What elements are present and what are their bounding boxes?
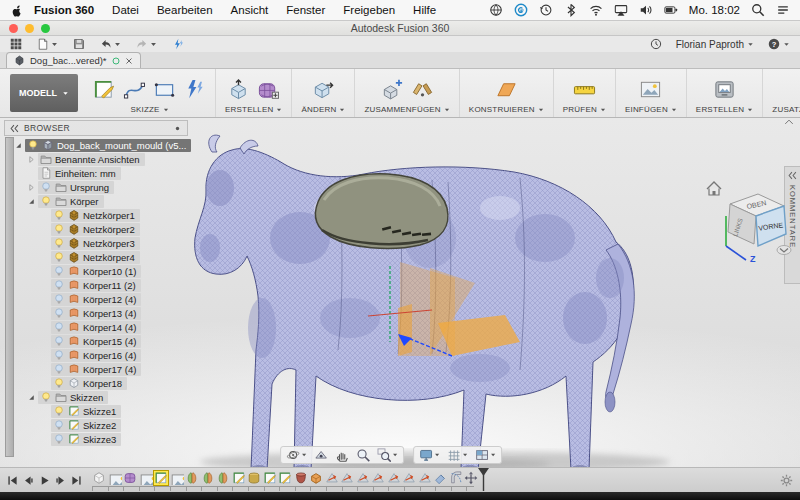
timeline-feature-canvas-icon[interactable]: [170, 471, 184, 485]
exp-open-icon[interactable]: [27, 393, 36, 402]
workspace-selector[interactable]: MODELL: [10, 74, 78, 112]
job-status-icon[interactable]: [650, 38, 662, 50]
undo-button[interactable]: [100, 38, 121, 50]
file-button[interactable]: [37, 38, 58, 50]
user-menu[interactable]: Florian Paproth: [676, 39, 754, 50]
timeline-feature-extrude-icon[interactable]: [309, 471, 323, 485]
menu-item-fusion-360[interactable]: Fusion 360: [25, 4, 103, 16]
browser-header[interactable]: BROWSER: [4, 120, 188, 136]
menu-item-freigeben[interactable]: Freigeben: [334, 4, 404, 16]
home-icon[interactable]: [707, 182, 721, 195]
bulb-off-icon[interactable]: [53, 293, 65, 305]
ribbon-group-ändern[interactable]: ÄNDERN: [291, 69, 354, 117]
notification-center-icon[interactable]: [776, 3, 790, 17]
timeline-feature-fillet-icon[interactable]: [449, 471, 463, 485]
extrude-icon[interactable]: [227, 78, 250, 101]
menu-item-hilfe[interactable]: Hilfe: [404, 4, 445, 16]
menu-item-bearbeiten[interactable]: Bearbeiten: [148, 4, 222, 16]
render-icon[interactable]: [713, 78, 736, 101]
press-pull-icon[interactable]: [312, 78, 335, 101]
browser-row-körper18[interactable]: Körper18: [4, 376, 188, 390]
timeline-feature-canvas-icon[interactable]: [139, 471, 153, 485]
timeline-settings-gear-icon[interactable]: [780, 474, 793, 487]
bulb-off-icon[interactable]: [53, 265, 65, 277]
browser-row-netzkörper2[interactable]: Netzkörper2: [4, 222, 188, 236]
browser-options-icon[interactable]: [173, 124, 182, 133]
menu-item-ansicht[interactable]: Ansicht: [222, 4, 278, 16]
sync-button[interactable]: [172, 38, 184, 50]
bulb-on-icon[interactable]: [53, 251, 65, 263]
browser-row-ursprung[interactable]: Ursprung: [4, 180, 188, 194]
timeline-feature-split-face-icon[interactable]: [340, 471, 354, 485]
browser-row-körper14-4-[interactable]: Körper14 (4): [4, 320, 188, 334]
logitech-g-icon[interactable]: [514, 3, 528, 17]
bulb-off-icon[interactable]: [53, 335, 65, 347]
time-machine-icon[interactable]: [539, 3, 553, 17]
bulb-off-icon[interactable]: [53, 307, 65, 319]
browser-row-skizze2[interactable]: Skizze2: [4, 418, 188, 432]
timeline-feature-split-face-icon[interactable]: [325, 471, 339, 485]
timeline-feature-split-body-icon[interactable]: [185, 471, 199, 485]
browser-row-skizze1[interactable]: Skizze1: [4, 404, 188, 418]
browser-row-netzkörper3[interactable]: Netzkörper3: [4, 236, 188, 250]
timeline-feature-move-icon[interactable]: [464, 471, 478, 485]
canvas-icon[interactable]: [639, 78, 662, 101]
ribbon-group-erstellen[interactable]: ERSTELLEN: [686, 69, 762, 117]
ribbon-group-einfügen[interactable]: EINFÜGEN: [615, 69, 686, 117]
timeline-playhead[interactable]: [478, 468, 489, 491]
create-sketch-icon[interactable]: [93, 78, 116, 101]
measure-icon[interactable]: [573, 78, 596, 101]
orbit-button[interactable]: [286, 448, 307, 462]
play-icon[interactable]: [39, 475, 50, 486]
timeline-feature-split-face-icon[interactable]: [387, 471, 401, 485]
menu-item-fenster[interactable]: Fenster: [277, 4, 334, 16]
bluetooth-icon[interactable]: [564, 3, 578, 17]
exp-closed-icon[interactable]: [27, 183, 36, 192]
menu-clock[interactable]: Mo. 18:02: [689, 4, 740, 16]
viewports-button[interactable]: [475, 448, 496, 462]
collapse-panel-icon[interactable]: [10, 124, 19, 133]
look-at-button[interactable]: [314, 448, 328, 462]
document-tab[interactable]: Dog_bac...vered)*: [6, 52, 141, 68]
timeline-feature-split-body-icon[interactable]: [216, 471, 230, 485]
ribbon-group-konstruieren[interactable]: KONSTRUIEREN: [459, 69, 553, 117]
rectangle-icon[interactable]: [153, 78, 176, 101]
timeline-feature-revolve-icon[interactable]: [294, 471, 308, 485]
wifi-icon[interactable]: [589, 3, 603, 17]
data-panel-button[interactable]: [10, 38, 22, 50]
ribbon-group-zusammenfügen[interactable]: ZUSAMMENFÜGEN: [354, 69, 458, 117]
step-back-icon[interactable]: [23, 475, 34, 486]
help-menu[interactable]: ?: [768, 38, 790, 50]
browser-row-körper15-4-[interactable]: Körper15 (4): [4, 334, 188, 348]
browser-row-netzkörper1[interactable]: Netzkörper1: [4, 208, 188, 222]
spline-icon[interactable]: [123, 78, 146, 101]
ribbon-group-zusatzmodule[interactable]: ZUSATZMODULE: [762, 69, 800, 117]
browser-row-körper[interactable]: Körper: [4, 194, 188, 208]
timeline-feature-sketch-icon[interactable]: [278, 471, 292, 485]
new-component-icon[interactable]: [381, 78, 404, 101]
bulb-on-icon[interactable]: [53, 237, 65, 249]
timeline-feature-delete-face-icon[interactable]: [433, 471, 447, 485]
viewcube-menu-icon[interactable]: [777, 246, 791, 255]
joint-icon[interactable]: [411, 78, 434, 101]
zoom-button[interactable]: [356, 448, 370, 462]
timeline-feature-sketch-icon[interactable]: [263, 471, 277, 485]
view-cube[interactable]: Z OBEN LINKS VORNE: [704, 180, 796, 266]
browser-row-körper10-1-[interactable]: Körper10 (1): [4, 264, 188, 278]
browser-row-körper13-4-[interactable]: Körper13 (4): [4, 306, 188, 320]
bulb-off-icon[interactable]: [53, 349, 65, 361]
timeline-feature-sketch-icon[interactable]: [232, 471, 246, 485]
browser-row-dog-back-mount-mould-v5-[interactable]: Dog_back_mount_mould (v5...: [4, 138, 188, 152]
redo-button[interactable]: [136, 38, 157, 50]
zoom-window-button[interactable]: [377, 448, 398, 462]
timeline-feature-mesh-icon[interactable]: [123, 471, 137, 485]
plane-icon[interactable]: [495, 78, 518, 101]
spotlight-icon[interactable]: [751, 3, 765, 17]
browser-row-körper11-2-[interactable]: Körper11 (2): [4, 278, 188, 292]
viewport[interactable]: BROWSER Dog_back_mount_mould (v5...Benan…: [0, 118, 800, 467]
browser-row-körper12-4-[interactable]: Körper12 (4): [4, 292, 188, 306]
bulb-on-icon[interactable]: [27, 139, 39, 151]
display-settings-button[interactable]: [419, 448, 440, 462]
go-to-start-icon[interactable]: [7, 475, 18, 486]
menu-item-datei[interactable]: Datei: [103, 4, 148, 16]
